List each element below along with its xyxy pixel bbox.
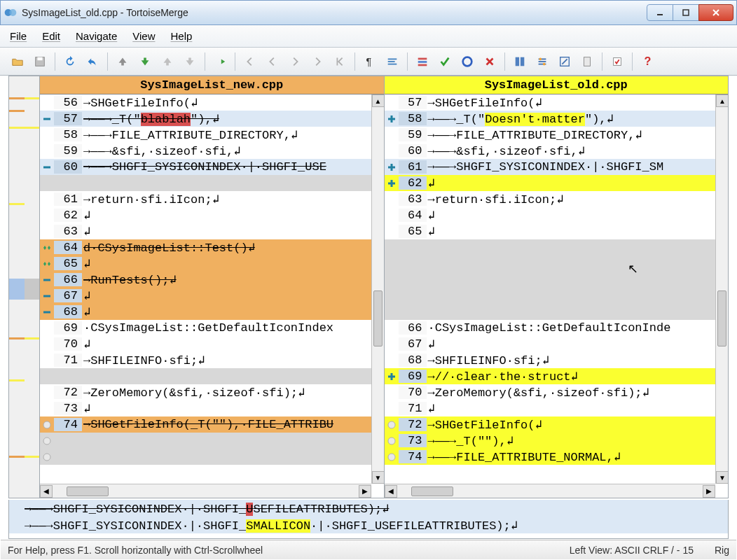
settings-icon[interactable] [532,51,553,72]
x-icon[interactable] [479,51,500,72]
nav-icon-1[interactable] [240,51,261,72]
right-scrollbar-h[interactable]: ◀ ▶ [385,484,716,498]
code-line[interactable]: 69→//·clear·the·struct↲ [385,368,729,384]
next-conflict-icon[interactable] [179,51,200,72]
circle-mark-icon [40,436,54,446]
nav-icon-3[interactable] [284,51,305,72]
right-code-area[interactable]: 57→SHGetFileInfo(↲58→——→_T("Doesn't·matt… [385,94,729,498]
left-scrollbar-h[interactable]: ◀ ▶ [40,484,371,498]
right-scrollbar-v[interactable]: ▲ ▼ [715,94,728,484]
code-line[interactable]: 64↲ [385,207,729,223]
code-line[interactable]: 64d·CSysImageList::Test()↲ [40,239,384,255]
line-number: 58 [54,128,82,141]
code-line[interactable]: 69·CSysImageList::GetDefaultIconIndex [40,320,384,336]
code-line[interactable]: 66·CSysImageList::GetDefaultIconInde [385,320,729,336]
code-line[interactable]: 66→RunTests();↲ [40,272,384,288]
code-line[interactable] [40,368,384,384]
code-line[interactable]: 68→SHFILEINFO·sfi;↲ [385,352,729,368]
separator [354,52,355,71]
minus-mark-icon [40,291,54,301]
inline-diff-icon[interactable] [382,51,403,72]
code-line[interactable]: 61→——→SHGFI_SYSICONINDEX·|·SHGFI_SM [385,159,729,175]
code-line[interactable]: 65↲ [40,255,384,272]
code-line[interactable] [385,239,729,255]
code-line[interactable]: 67↲ [385,336,729,352]
undo-icon[interactable] [82,51,103,72]
menu-edit[interactable]: Edit [42,30,60,42]
svg-rect-13 [418,61,427,63]
nav-icon-2[interactable] [262,51,283,72]
doc-icon[interactable] [577,51,598,72]
code-line[interactable]: 65↲ [385,223,729,239]
menu-view[interactable]: View [132,30,155,42]
code-line[interactable]: 73→——→_T(""),↲ [385,433,729,449]
code-line[interactable] [385,272,729,288]
svg-rect-24 [584,57,591,66]
code-line[interactable]: 71→SHFILEINFO·sfi;↲ [40,352,384,368]
code-line[interactable]: 60→——→&sfi,·sizeof·sfi,↲ [385,143,729,159]
circle-icon[interactable] [457,51,478,72]
merged-view[interactable]: →——→SHGFI_SYSICONINDEX·|·SHGFI_USEFILEAT… [8,500,729,539]
both-mark-icon [40,259,54,269]
minimize-button[interactable] [647,4,673,21]
code-line[interactable] [40,433,384,449]
code-line[interactable]: 57→SHGetFileInfo(↲ [385,94,729,111]
code-line[interactable]: 56→SHGetFileInfo(↲ [40,94,384,111]
whitespace-icon[interactable]: ¶ [359,51,380,72]
save-icon[interactable] [29,51,50,72]
code-line[interactable] [385,288,729,304]
code-line[interactable]: 62↲ [40,207,384,223]
prev-diff-icon[interactable] [112,51,133,72]
left-code-area[interactable]: 56→SHGetFileInfo(↲57→——→_T("blablah"),↲5… [40,94,384,498]
menu-file[interactable]: File [10,30,27,42]
line-content: →SHGetFileInfo(_T(""),·FILE_ATTRIBU [82,418,384,431]
code-line[interactable]: 73↲ [40,400,384,416]
overview-strip[interactable] [9,76,40,498]
nav-icon-5[interactable] [329,51,350,72]
code-line[interactable]: 72→SHGetFileInfo(↲ [385,416,729,433]
code-line[interactable]: 58→——→FILE_ATTRIBUTE_DIRECTORY,↲ [40,127,384,143]
code-line[interactable]: 63→return·sfi.iIcon;↲ [385,191,729,207]
line-number: 68 [399,354,427,367]
code-line[interactable]: 70→ZeroMemory(&sfi,·sizeof·sfi);↲ [385,384,729,400]
menu-help[interactable]: Help [170,30,192,42]
code-line[interactable] [385,304,729,320]
code-line[interactable]: 70↲ [40,336,384,352]
prev-conflict-icon[interactable] [157,51,178,72]
code-line[interactable]: 57→——→_T("blablah"),↲ [40,111,384,127]
code-line[interactable] [385,255,729,272]
menubar: File Edit Navigate View Help [0,25,737,48]
diff-bar-icon[interactable] [412,51,433,72]
code-line[interactable]: 67↲ [40,288,384,304]
code-line[interactable]: 63↲ [40,223,384,239]
close-button[interactable] [698,4,733,21]
line-content: →//·clear·the·struct↲ [427,369,729,384]
next-diff-icon[interactable] [135,51,156,72]
help-icon[interactable]: ? [637,51,658,72]
options-icon[interactable] [607,51,628,72]
line-content: →ZeroMemory(&sfi,·sizeof·sfi);↲ [427,385,729,400]
open-icon[interactable] [7,51,28,72]
split-view-icon[interactable] [509,51,530,72]
code-line[interactable]: 60→——→SHGFI_SYSICONINDEX·|·SHGFI_USE [40,159,384,175]
nav-icon-4[interactable] [307,51,328,72]
check-icon[interactable] [434,51,455,72]
code-line[interactable]: 68↲ [40,304,384,320]
reload-icon[interactable] [60,51,81,72]
code-line[interactable]: 72→ZeroMemory(&sfi,·sizeof·sfi);↲ [40,384,384,400]
code-line[interactable]: 61→return·sfi.iIcon;↲ [40,191,384,207]
code-line[interactable] [40,449,384,465]
maximize-button[interactable] [673,4,699,21]
code-line[interactable] [40,175,384,191]
code-line[interactable]: 74→SHGetFileInfo(_T(""),·FILE_ATTRIBU [40,416,384,433]
code-line[interactable]: 74→——→FILE_ATTRIBUTE_NORMAL,↲ [385,449,729,465]
code-line[interactable]: 62↲ [385,175,729,191]
goto-icon[interactable] [209,51,230,72]
left-scrollbar-v[interactable]: ▲ ▼ [371,94,384,484]
code-line[interactable]: 58→——→_T("Doesn't·matter"),↲ [385,111,729,127]
code-line[interactable]: 71↲ [385,400,729,416]
code-line[interactable]: 59→——→FILE_ATTRIBUTE_DIRECTORY,↲ [385,127,729,143]
code-line[interactable]: 59→——→&sfi,·sizeof·sfi,↲ [40,143,384,159]
menu-navigate[interactable]: Navigate [76,30,117,42]
edit-icon[interactable] [554,51,575,72]
